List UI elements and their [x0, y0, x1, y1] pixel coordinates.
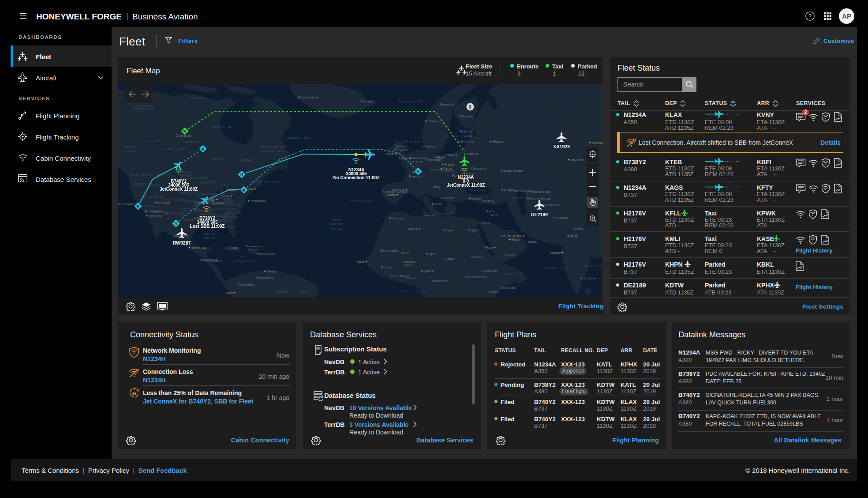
svg-text:ONTARIO: ONTARIO	[210, 158, 224, 161]
svg-text:DE2189: DE2189	[531, 212, 548, 217]
svg-text:Novosibirsk: Novosibirsk	[591, 141, 602, 144]
svg-text:Baltic Sea: Baltic Sea	[444, 135, 460, 137]
svg-text:Kingdom: Kingdom	[394, 148, 409, 151]
svg-text:MANITOBA: MANITOBA	[185, 140, 201, 143]
svg-text:Bay of Bengal: Bay of Bengal	[583, 264, 602, 268]
svg-text:Madrid: Madrid	[387, 193, 396, 196]
svg-text:Sudan: Sudan	[471, 255, 483, 259]
svg-text:NEVADA: NEVADA	[143, 196, 156, 199]
svg-text:United: United	[396, 145, 407, 148]
svg-text:Rome: Rome	[434, 203, 442, 206]
svg-text:$: $	[317, 347, 319, 350]
svg-text:Colombia: Colombia	[238, 283, 254, 286]
svg-text:ILLINOIS: ILLINOIS	[203, 192, 216, 196]
svg-text:Italy: Italy	[433, 185, 441, 189]
svg-text:XA1923: XA1923	[553, 144, 570, 149]
svg-text:Norwegian Sea: Norwegian Sea	[398, 100, 425, 103]
svg-text:Burkina: Burkina	[403, 260, 415, 263]
svg-text:Prague: Prague	[445, 163, 454, 166]
svg-text:Las Vegas: Las Vegas	[157, 201, 171, 204]
svg-text:Iraq: Iraq	[491, 214, 498, 217]
svg-text:Mecca: Mecca	[485, 246, 494, 249]
svg-text:Faso: Faso	[405, 264, 412, 266]
svg-text:Uzbekistan: Uzbekistan	[531, 190, 550, 193]
svg-text:NOVA SCOTIA: NOVA SCOTIA	[259, 181, 280, 184]
svg-text:Chad: Chad	[445, 257, 455, 261]
svg-text:NORTH: NORTH	[181, 170, 192, 174]
svg-text:Gulf of Aden: Gulf of Aden	[504, 273, 524, 275]
svg-text:Dakar: Dakar	[357, 260, 365, 263]
svg-text:Cameroon: Cameroon	[432, 279, 449, 283]
svg-text:UTAH: UTAH	[156, 196, 165, 199]
svg-text:Labrador Sea: Labrador Sea	[285, 136, 311, 140]
svg-text:Latvia: Latvia	[462, 135, 473, 138]
svg-text:?: ?	[808, 13, 812, 19]
svg-text:Denmark: Denmark	[422, 145, 436, 148]
svg-text:Somalia: Somalia	[501, 286, 515, 289]
svg-text:Lithuania: Lithuania	[458, 140, 474, 143]
svg-text:Moscow: Moscow	[493, 140, 503, 143]
svg-text:Nur-Sultan: Nur-Sultan	[570, 158, 584, 162]
svg-text:Berlin: Berlin	[438, 156, 445, 159]
svg-text:8: 8	[469, 105, 471, 109]
svg-text:Georgia: Georgia	[501, 188, 514, 192]
svg-text:TEXAS: TEXAS	[183, 218, 193, 221]
svg-text:Riyadh: Riyadh	[511, 238, 520, 241]
svg-text:RW9287: RW9287	[173, 240, 191, 245]
svg-text:Kenya: Kenya	[487, 290, 498, 294]
svg-text:South Sudan: South Sudan	[465, 275, 487, 279]
svg-text:Nigeria: Nigeria	[421, 269, 434, 273]
svg-text:COLUMBIA: COLUMBIA	[123, 149, 140, 152]
svg-text:Gulf of Guinea: Gulf of Guinea	[403, 290, 427, 293]
svg-text:Republic: Republic	[247, 248, 262, 251]
svg-text:BRITISH: BRITISH	[125, 146, 138, 149]
svg-text:NEBRASKA: NEBRASKA	[180, 191, 197, 194]
svg-text:SOUTH: SOUTH	[225, 213, 236, 216]
svg-text:France: France	[409, 174, 422, 178]
svg-text:GEORGIA: GEORGIA	[217, 219, 232, 222]
svg-text:Atlantic: Atlantic	[330, 222, 345, 226]
svg-text:Mexico City: Mexico City	[191, 246, 206, 250]
svg-text:No Connection 11:00Z: No Connection 11:00Z	[333, 175, 379, 180]
svg-text:Hudson Bay: Hudson Bay	[211, 125, 234, 129]
svg-text:San Diego: San Diego	[149, 215, 162, 218]
svg-text:Mali: Mali	[401, 251, 409, 255]
svg-text:Vienna: Vienna	[443, 167, 453, 170]
svg-text:Syria: Syria	[486, 210, 495, 212]
svg-text:IDAHO: IDAHO	[150, 184, 159, 187]
svg-text:Netherlands: Netherlands	[409, 157, 428, 159]
svg-text:Barcelona: Barcelona	[392, 189, 405, 192]
svg-text:Sweden: Sweden	[439, 102, 454, 106]
svg-text:Poland: Poland	[445, 153, 458, 156]
svg-text:Belarus: Belarus	[464, 152, 478, 155]
svg-text:India: India	[566, 234, 577, 238]
svg-text:Mediterranean Sea: Mediterranean Sea	[426, 212, 456, 215]
svg-text:NORTH: NORTH	[228, 208, 239, 211]
svg-text:RORAIMA: RORAIMA	[276, 290, 290, 293]
svg-text:Belgium: Belgium	[410, 160, 423, 163]
svg-text:Cuba: Cuba	[229, 246, 239, 249]
svg-text:Arabian Sea: Arabian Sea	[544, 266, 567, 270]
svg-text:Guatemala: Guatemala	[200, 258, 217, 261]
svg-text:Caribbean Sea: Caribbean Sea	[228, 259, 255, 263]
svg-text:Sri Lanka: Sri Lanka	[580, 277, 596, 280]
svg-text:Caracas: Caracas	[266, 270, 277, 273]
svg-text:NEWFOUNDLAND: NEWFOUNDLAND	[260, 146, 287, 149]
svg-text:TERRITORIES: TERRITORIES	[133, 108, 154, 111]
svg-text:WASHINGTON: WASHINGTON	[131, 173, 152, 176]
svg-text:Pakistan: Pakistan	[553, 216, 569, 219]
svg-text:AND LABRADOR: AND LABRADOR	[261, 149, 286, 152]
svg-text:Oman: Oman	[528, 240, 537, 243]
svg-text:North Sea: North Sea	[404, 140, 421, 143]
svg-text:Istanbul: Istanbul	[471, 197, 481, 200]
svg-text:VIRGINIA: VIRGINIA	[227, 204, 241, 207]
svg-text:Lost SBB 11:00Z: Lost SBB 11:00Z	[190, 224, 225, 229]
svg-text:NEW MEXICO: NEW MEXICO	[164, 212, 184, 215]
svg-text:Greenland: Greenland	[298, 95, 318, 99]
svg-text:ALBERTA: ALBERTA	[146, 140, 160, 143]
svg-text:OREGON: OREGON	[134, 183, 148, 186]
svg-text:JetConneX 11:00Z: JetConneX 11:00Z	[160, 187, 198, 192]
svg-text:Morocco: Morocco	[389, 217, 404, 220]
svg-text:Algeria: Algeria	[407, 227, 421, 231]
svg-text:Estonia: Estonia	[460, 130, 472, 133]
